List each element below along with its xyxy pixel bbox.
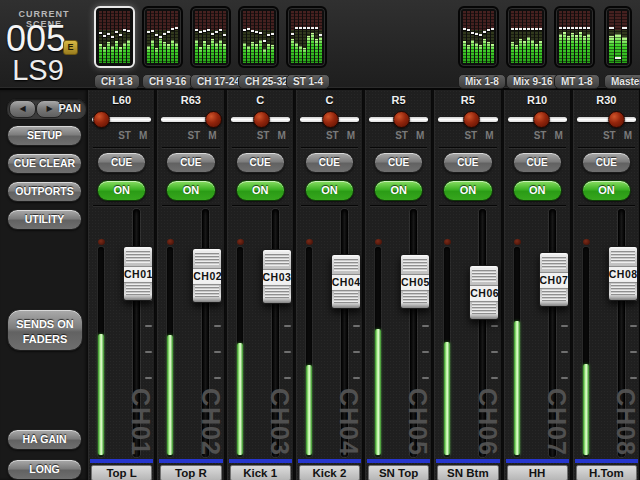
setup-button[interactable]: SETUP bbox=[7, 125, 82, 146]
channel-name[interactable]: Top R bbox=[160, 465, 221, 480]
meter-peak-dot bbox=[167, 239, 174, 245]
fader-cap[interactable]: CH01 bbox=[123, 246, 153, 301]
meter-bar bbox=[531, 11, 534, 63]
routing-indicators: STM bbox=[395, 130, 424, 141]
meter-bar bbox=[511, 11, 514, 63]
scene-edit-badge: E bbox=[63, 40, 78, 55]
pan-prev-button[interactable]: ◀ bbox=[9, 100, 36, 118]
cue-button[interactable]: CUE bbox=[513, 152, 562, 173]
channel-name[interactable]: Top L bbox=[91, 465, 152, 480]
fader-cap[interactable]: CH05 bbox=[400, 254, 430, 309]
pan-knob[interactable] bbox=[93, 111, 110, 128]
meter-bar bbox=[103, 11, 106, 63]
pan-slider[interactable] bbox=[504, 108, 571, 130]
utility-button[interactable]: UTILITY bbox=[7, 209, 82, 230]
fader-cap[interactable]: CH03 bbox=[262, 249, 292, 304]
meter-peak-dot bbox=[375, 239, 382, 245]
pan-knob[interactable] bbox=[533, 111, 550, 128]
meter-bar bbox=[155, 11, 158, 63]
fader-cap-grooves bbox=[611, 250, 635, 263]
meter-bank-block[interactable]: ST 1-4 bbox=[286, 6, 327, 89]
on-button[interactable]: ON bbox=[236, 180, 285, 201]
fader-cap[interactable]: CH07 bbox=[539, 252, 569, 307]
pan-track bbox=[577, 117, 636, 122]
meter-bank-block[interactable]: Master bbox=[604, 6, 632, 89]
outports-button[interactable]: OUTPORTS bbox=[7, 181, 82, 202]
channel-strip: C STM CUE ON CH04 CH04 Kick 2 bbox=[296, 90, 363, 480]
channel-name[interactable]: H.Tom bbox=[576, 465, 637, 480]
pan-knob[interactable] bbox=[463, 111, 480, 128]
meter-bar bbox=[119, 11, 122, 63]
meter-bank-block[interactable]: CH 17-24 bbox=[190, 6, 231, 89]
channel-name[interactable]: HH bbox=[507, 465, 568, 480]
fader-cap[interactable]: CH08 bbox=[608, 246, 638, 301]
channel-strips-area: L60 STM CUE ON CH01 CH01 Top L R63 bbox=[88, 90, 640, 480]
meter-bar bbox=[263, 11, 266, 63]
meter-bar bbox=[159, 11, 162, 63]
pan-knob[interactable] bbox=[253, 111, 270, 128]
long-faders-button[interactable]: LONG FADERS bbox=[7, 459, 82, 480]
pan-knob[interactable] bbox=[393, 111, 410, 128]
on-button[interactable]: ON bbox=[443, 180, 492, 201]
fader-scale-tick bbox=[491, 377, 498, 379]
fader-scale-tick bbox=[284, 325, 291, 327]
fader-cap[interactable]: CH02 bbox=[192, 248, 222, 303]
pan-knob[interactable] bbox=[322, 111, 339, 128]
meter-bar bbox=[575, 11, 578, 63]
fader-cap[interactable]: CH06 bbox=[469, 265, 499, 320]
meter-bank-block[interactable]: CH 1-8 bbox=[94, 6, 135, 89]
cue-button[interactable]: CUE bbox=[582, 152, 631, 173]
fader-scale-tick bbox=[214, 325, 221, 327]
cue-button[interactable]: CUE bbox=[305, 152, 354, 173]
meter-bank-block[interactable]: CH 25-32 bbox=[238, 6, 279, 89]
pan-knob[interactable] bbox=[205, 111, 222, 128]
pan-slider[interactable] bbox=[365, 108, 432, 130]
pan-slider[interactable] bbox=[88, 108, 155, 130]
channel-id-watermark: CH07 bbox=[542, 388, 571, 456]
pan-knob[interactable] bbox=[608, 111, 625, 128]
meter-bar bbox=[491, 11, 494, 63]
meter-bank-label: CH 1-8 bbox=[94, 74, 140, 89]
meter-bar bbox=[307, 11, 310, 63]
channel-strip: L60 STM CUE ON CH01 CH01 Top L bbox=[88, 90, 155, 480]
on-button[interactable]: ON bbox=[374, 180, 423, 201]
fader-scale-tick bbox=[353, 351, 360, 353]
cue-button[interactable]: CUE bbox=[166, 152, 215, 173]
channel-name[interactable]: SN Btm bbox=[437, 465, 498, 480]
channel-name[interactable]: Kick 1 bbox=[230, 465, 291, 480]
cue-clear-button[interactable]: CUE CLEAR bbox=[7, 153, 82, 174]
meter-bank-block[interactable]: CH 9-16 bbox=[142, 6, 183, 89]
cue-button[interactable]: CUE bbox=[236, 152, 285, 173]
pan-slider[interactable] bbox=[227, 108, 294, 130]
pan-nav-label: PAN bbox=[59, 102, 81, 114]
ha-gain-button[interactable]: HA GAIN bbox=[7, 429, 82, 450]
channel-name[interactable]: Kick 2 bbox=[299, 465, 360, 480]
pan-slider[interactable] bbox=[157, 108, 224, 130]
sidebar: ◀ ▶ PAN SETUP CUE CLEAR OUTPORTS UTILITY… bbox=[0, 90, 88, 480]
meter-peak-dot bbox=[98, 239, 105, 245]
on-button[interactable]: ON bbox=[513, 180, 562, 201]
meter-bar bbox=[167, 11, 170, 63]
meter-bank-block[interactable]: Mix 1-8 bbox=[458, 6, 499, 89]
pan-slider[interactable] bbox=[573, 108, 640, 130]
pan-slider[interactable] bbox=[296, 108, 363, 130]
pan-slider[interactable] bbox=[434, 108, 501, 130]
meter-bar bbox=[199, 11, 202, 63]
cue-button[interactable]: CUE bbox=[443, 152, 492, 173]
pan-value: R5 bbox=[434, 94, 501, 106]
fader-cap[interactable]: CH04 bbox=[331, 254, 361, 309]
meter-peak-dot bbox=[514, 239, 521, 245]
meter-bank-block[interactable]: Mix 9-16 bbox=[506, 6, 547, 89]
on-button[interactable]: ON bbox=[582, 180, 631, 201]
cue-button[interactable]: CUE bbox=[97, 152, 146, 173]
sends-on-faders-button[interactable]: SENDS ON FADERS bbox=[7, 309, 83, 351]
channel-strip: R10 STM CUE ON CH07 CH07 HH bbox=[504, 90, 571, 480]
on-button[interactable]: ON bbox=[166, 180, 215, 201]
cue-button[interactable]: CUE bbox=[374, 152, 423, 173]
channel-name[interactable]: SN Top bbox=[368, 465, 429, 480]
pan-value: R30 bbox=[573, 94, 640, 106]
on-button[interactable]: ON bbox=[305, 180, 354, 201]
current-scene-panel[interactable]: CURRENT SCENE 005 E LS9 bbox=[0, 0, 88, 88]
on-button[interactable]: ON bbox=[97, 180, 146, 201]
meter-bank-block[interactable]: MT 1-8 bbox=[554, 6, 595, 89]
